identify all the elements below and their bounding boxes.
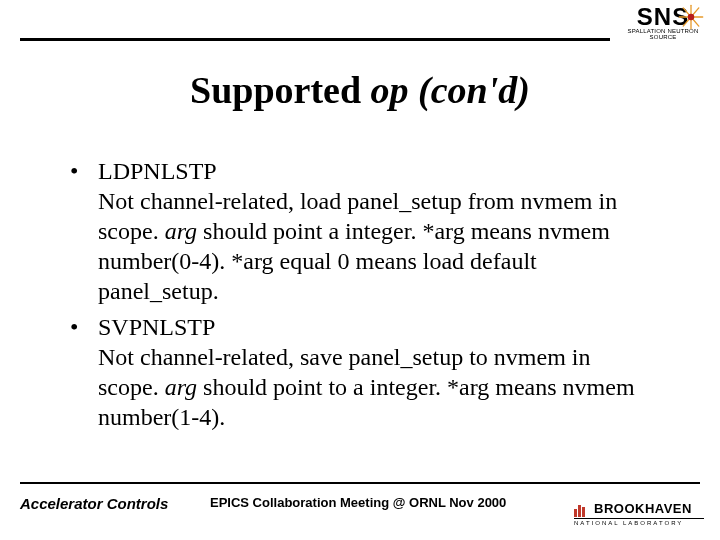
sns-logo: SNS SPALLATION NEUTRON SOURCE — [620, 6, 706, 40]
slide-content: • LDPNLSTP Not channel-related, load pan… — [70, 150, 650, 432]
bullet-body: Not channel-related, load panel_setup fr… — [98, 186, 650, 306]
top-divider — [20, 38, 610, 41]
bullet-item: • SVPNLSTP — [70, 312, 650, 342]
bottom-divider — [20, 482, 700, 484]
bullet-marker: • — [70, 312, 98, 342]
bullet-heading: SVPNLSTP — [98, 312, 215, 342]
title-prefix: Supported — [190, 69, 371, 111]
bullet-marker: • — [70, 156, 98, 186]
bnl-main-text: BROOKHAVEN — [594, 501, 692, 516]
sunburst-icon — [678, 4, 704, 30]
slide-title: Supported op (con'd) — [0, 68, 720, 112]
bnl-bars-icon — [574, 499, 586, 517]
brookhaven-logo: BROOKHAVEN NATIONAL LABORATORY — [574, 499, 704, 526]
bullet-item: • LDPNLSTP — [70, 156, 650, 186]
bullet-body: Not channel-related, save panel_setup to… — [98, 342, 650, 432]
svg-point-8 — [688, 14, 695, 21]
footer-left-text: Accelerator Controls — [20, 495, 168, 512]
footer-meeting-text: EPICS Collaboration Meeting @ ORNL Nov 2… — [210, 495, 506, 510]
bnl-sub-text: NATIONAL LABORATORY — [574, 518, 704, 526]
bullet-heading: LDPNLSTP — [98, 156, 217, 186]
title-italic: op (con'd) — [371, 69, 530, 111]
